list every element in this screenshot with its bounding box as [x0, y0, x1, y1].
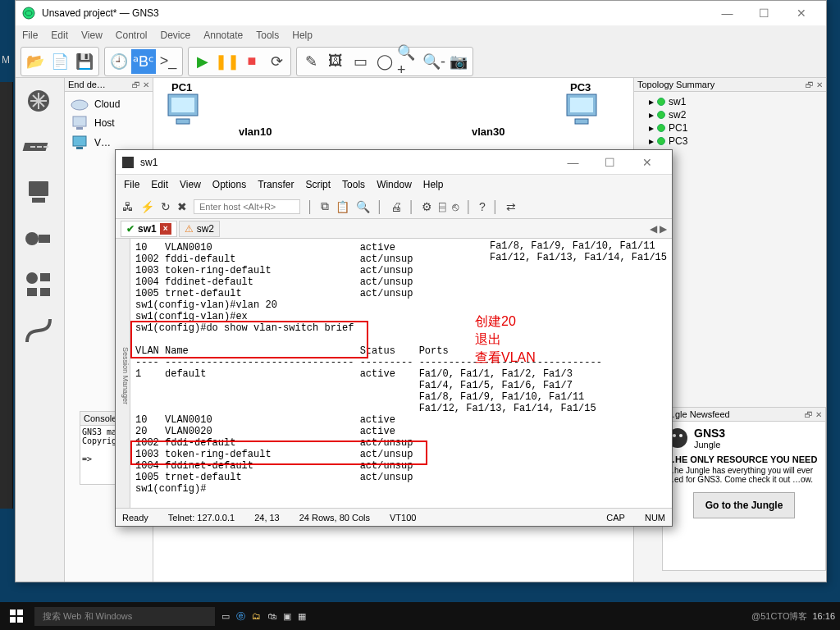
start-button[interactable] — [5, 605, 28, 628]
svg-point-7 — [26, 272, 38, 284]
taskview-icon[interactable]: ▭ — [221, 611, 230, 622]
switch-category-icon[interactable] — [19, 127, 58, 167]
svg-rect-18 — [176, 119, 189, 124]
screenshot-icon[interactable]: 📷 — [446, 49, 471, 74]
menu-file[interactable]: File — [22, 30, 38, 41]
copy-icon[interactable]: ⧉ — [321, 199, 329, 213]
play-icon[interactable]: ▶ — [190, 49, 215, 74]
term-minimize-button[interactable]: — — [555, 151, 591, 174]
pause-icon[interactable]: ❚❚ — [215, 49, 240, 74]
snapshot-icon[interactable]: 🕘 — [107, 49, 131, 74]
pc3-icon[interactable] — [564, 93, 600, 129]
security-category-icon[interactable] — [19, 219, 58, 258]
status-num: NUM — [645, 513, 665, 523]
term-toolbar: 🖧 ⚡ ↻ ✖ │ ⧉ 📋 🔍 │ 🖨 │ ⚙ ⌸ ⎋ │ ? │ ⇄ — [116, 194, 672, 219]
menu-annotate[interactable]: Annotate — [203, 30, 243, 41]
all-category-icon[interactable] — [19, 265, 58, 304]
term-close-button[interactable]: ✕ — [628, 151, 665, 174]
minimize-button[interactable]: — — [709, 2, 746, 25]
new-icon[interactable]: 📄 — [48, 49, 72, 74]
term-menu-view[interactable]: View — [180, 179, 201, 190]
tray-clock[interactable]: 16:16 — [812, 611, 835, 621]
paste-icon[interactable]: 📋 — [336, 200, 349, 213]
label-vlan30: vlan30 — [472, 126, 504, 138]
help-icon[interactable]: ? — [479, 200, 486, 213]
tab-sw1[interactable]: ✔sw1× — [121, 221, 177, 237]
windows-taskbar[interactable]: 搜索 Web 和 Windows ▭ ⓔ 🗂 🛍 ▣ ▦ @51CTO博客 16… — [0, 602, 840, 630]
xmodem-icon[interactable]: ⇄ — [506, 200, 516, 213]
stop-icon[interactable]: ■ — [240, 49, 264, 74]
host-input[interactable] — [194, 199, 300, 214]
pc-category-icon[interactable] — [19, 173, 58, 212]
app1-icon[interactable]: ▣ — [283, 611, 291, 622]
ellipse-icon[interactable]: ◯ — [372, 49, 397, 74]
menu-view[interactable]: View — [81, 30, 103, 41]
reconnect-icon[interactable]: ↻ — [161, 200, 171, 213]
topology-item-pc1[interactable]: ▸PC1 — [637, 121, 823, 135]
menu-help[interactable]: Help — [292, 30, 313, 41]
explorer-icon[interactable]: 🗂 — [252, 611, 261, 621]
store-icon[interactable]: 🛍 — [267, 611, 276, 621]
term-menu-transfer[interactable]: Transfer — [258, 179, 294, 190]
status-cursor: 24, 13 — [254, 513, 280, 523]
zoom-in-icon[interactable]: 🔍+ — [397, 49, 422, 74]
term-menu-options[interactable]: Options — [212, 179, 246, 190]
router-category-icon[interactable] — [19, 81, 58, 121]
term-title: sw1 — [140, 157, 555, 168]
gns3-titlebar[interactable]: Unsaved project* — GNS3 — ☐ ✕ — [16, 1, 826, 25]
menu-edit[interactable]: Edit — [51, 30, 68, 41]
find-icon[interactable]: 🔍 — [356, 200, 370, 213]
connect-icon[interactable]: 🖧 — [122, 200, 134, 213]
annotation-showvlan: 查看VLAN — [475, 352, 536, 363]
topology-item-pc3[interactable]: ▸PC3 — [637, 135, 823, 148]
pc1-icon[interactable] — [165, 93, 201, 129]
device-host[interactable]: Host — [68, 113, 149, 133]
menu-tools[interactable]: Tools — [256, 30, 279, 41]
zoom-out-icon[interactable]: 🔍- — [422, 49, 446, 74]
reload-icon[interactable]: ⟳ — [264, 49, 289, 74]
save-icon[interactable]: 💾 — [72, 49, 97, 74]
go-to-jungle-button[interactable]: Go to the Jungle — [693, 492, 796, 518]
print-icon[interactable]: 🖨 — [390, 200, 402, 213]
open-icon[interactable]: 📂 — [23, 49, 48, 74]
device-cloud[interactable]: Cloud — [68, 95, 149, 113]
settings-icon[interactable]: ⚙ — [422, 200, 432, 213]
term-menu-tools[interactable]: Tools — [342, 179, 365, 190]
keymap-icon[interactable]: ⌸ — [439, 200, 445, 213]
term-menu-window[interactable]: Window — [377, 179, 412, 190]
svg-rect-20 — [570, 98, 593, 112]
term-menu-edit[interactable]: Edit — [151, 179, 168, 190]
app2-icon[interactable]: ▦ — [298, 611, 306, 622]
term-menu-script[interactable]: Script — [305, 179, 331, 190]
device-category-dock — [16, 78, 65, 582]
options-icon[interactable]: ⎋ — [452, 200, 459, 213]
quick-connect-icon[interactable]: ⚡ — [140, 200, 154, 213]
label-pc3: PC3 — [570, 81, 591, 94]
maximize-button[interactable]: ☐ — [746, 2, 783, 25]
gns3-logo-icon — [22, 7, 35, 20]
link-tool-icon[interactable] — [19, 311, 58, 350]
labels-icon[interactable]: ᵃBᶜ — [131, 49, 156, 74]
term-menu-file[interactable]: File — [124, 179, 139, 190]
topology-item-sw1[interactable]: ▸sw1 — [637, 95, 823, 108]
tab-sw2[interactable]: ⚠sw2 — [179, 221, 220, 237]
status-telnet: Telnet: 127.0.0.1 — [168, 513, 235, 523]
term-maximize-button[interactable]: ☐ — [591, 151, 628, 174]
terminal-output[interactable]: Fa1/8, Fa1/9, Fa1/10, Fa1/11 Fa1/12, Fa1… — [130, 239, 672, 508]
menu-control[interactable]: Control — [116, 30, 148, 41]
note-icon[interactable]: ✎ — [299, 49, 323, 74]
close-button[interactable]: ✕ — [783, 2, 819, 25]
console-icon[interactable]: >_ — [156, 49, 180, 74]
svg-rect-4 — [32, 198, 45, 203]
topology-item-sw2[interactable]: ▸sw2 — [637, 108, 823, 121]
term-titlebar[interactable]: sw1 — ☐ ✕ — [116, 150, 672, 175]
edge-icon[interactable]: ⓔ — [236, 610, 245, 623]
image-icon[interactable]: 🖼 — [323, 49, 348, 74]
taskbar-search[interactable]: 搜索 Web 和 Windows — [34, 607, 215, 626]
session-manager-handle[interactable]: Session Manager — [116, 239, 130, 508]
rect-icon[interactable]: ▭ — [348, 49, 372, 74]
disconnect-icon[interactable]: ✖ — [177, 200, 187, 213]
end-devices-title: End de… — [68, 80, 106, 89]
menu-device[interactable]: Device — [161, 30, 191, 41]
term-menu-help[interactable]: Help — [423, 179, 444, 190]
